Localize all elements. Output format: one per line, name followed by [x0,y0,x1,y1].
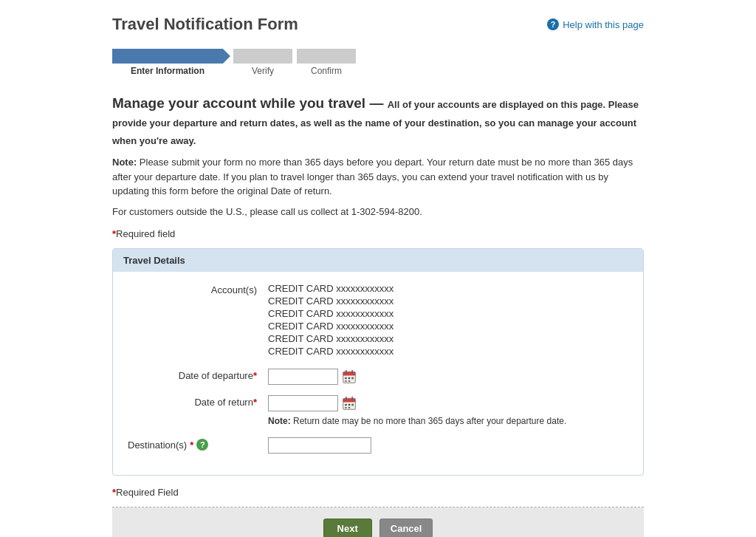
svg-rect-7 [351,377,354,378]
departure-label: Date of departure* [128,369,268,381]
progress-steps: Enter Information Verify Confirm [112,49,644,76]
cancel-button[interactable]: Cancel [379,519,433,537]
return-note-text: Return date may be no more than 365 days… [291,416,567,426]
destination-row: Destination(s)*? [128,437,628,454]
return-note-label: Note: [268,416,291,426]
account-item-2: CREDIT CARD xxxxxxxxxxxx [268,295,628,307]
departure-row: Date of departure* [128,369,628,385]
return-required-star: * [253,397,257,408]
intro-section: Manage your account while you travel — A… [112,95,644,239]
departure-date-input[interactable] [268,369,338,385]
note-paragraph: Note: Please submit your form no more th… [112,155,644,199]
svg-rect-15 [345,403,347,406]
account-item-4: CREDIT CARD xxxxxxxxxxxx [268,321,628,332]
svg-rect-16 [348,403,351,406]
section-header: Travel Details [113,249,643,272]
required-label-top: *Required field [112,228,644,239]
svg-rect-6 [348,377,351,378]
destination-content [268,437,628,454]
note-label: Note: [112,157,137,168]
destination-required-star: * [190,439,193,451]
return-date-note: Note: Return date may be no more than 36… [268,415,628,428]
return-date-input[interactable] [268,395,338,411]
step-label-enter-information: Enter Information [112,66,223,76]
return-label: Date of return* [128,395,268,408]
page-header: Travel Notification Form ? Help with thi… [112,15,644,34]
svg-rect-17 [351,403,354,406]
main-heading: Manage your account while you travel — A… [112,95,644,149]
required-label-bottom: *Required Field [112,487,644,498]
step-label-verify: Verify [233,66,292,76]
footer-actions: Next Cancel [112,507,644,537]
step-label-confirm: Confirm [297,66,356,76]
svg-rect-2 [343,374,356,375]
step-arrow-icon [213,50,224,62]
svg-rect-5 [345,377,347,378]
step-bar-verify [233,49,292,64]
destination-input[interactable] [268,437,371,454]
accounts-label: Account(s) [128,283,268,295]
departure-content [268,369,628,385]
svg-rect-18 [345,407,347,408]
svg-rect-19 [348,407,351,408]
heading-dash: — [365,95,388,111]
note-text: Please submit your form no more than 365… [112,157,633,196]
page-title: Travel Notification Form [112,15,298,34]
destination-label: Destination(s)*? [128,437,268,451]
account-item-1: CREDIT CARD xxxxxxxxxxxx [268,283,628,294]
svg-rect-9 [348,380,351,382]
return-content: Note: Return date may be no more than 36… [268,395,628,428]
help-link[interactable]: ? Help with this page [547,18,644,30]
help-icon: ? [547,18,559,30]
account-item-6: CREDIT CARD xxxxxxxxxxxx [268,346,628,357]
step-bar-enter-information [112,49,223,64]
account-item-3: CREDIT CARD xxxxxxxxxxxx [268,308,628,319]
svg-rect-12 [343,400,356,402]
destination-info-icon[interactable]: ? [196,439,208,451]
accounts-row: Account(s) CREDIT CARD xxxxxxxxxxxx CRED… [128,283,628,358]
svg-rect-8 [345,380,347,382]
phone-note: For customers outside the U.S., please c… [112,206,644,217]
travel-details-section: Travel Details Account(s) CREDIT CARD xx… [112,248,644,476]
accounts-content: CREDIT CARD xxxxxxxxxxxx CREDIT CARD xxx… [268,283,628,358]
departure-required-star: * [253,370,257,381]
help-link-text: Help with this page [563,19,644,30]
next-button[interactable]: Next [323,519,372,537]
return-row: Date of return* [128,395,628,428]
return-calendar-icon[interactable] [341,395,357,411]
account-item-5: CREDIT CARD xxxxxxxxxxxx [268,333,628,344]
heading-main: Manage your account while you travel [112,95,365,111]
step-bar-confirm [297,49,356,64]
departure-calendar-icon[interactable] [341,369,357,385]
